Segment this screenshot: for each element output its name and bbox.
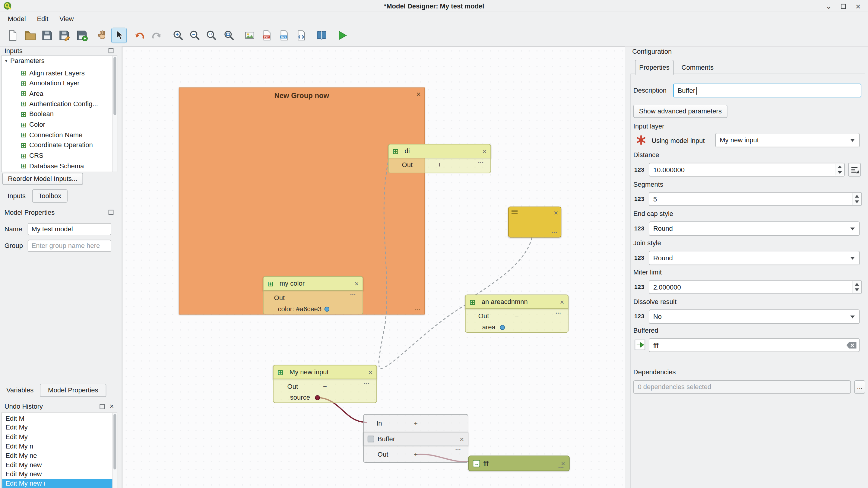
tree-item-color[interactable]: ⊞Color (21, 119, 45, 130)
node-an-areacdnmnn[interactable]: ⊞ an areacdnmnn × ••• Out − area (465, 294, 568, 333)
close-panel-icon[interactable]: × (110, 403, 114, 409)
tree-root-parameters[interactable]: ▾ Parameters (5, 57, 44, 65)
float-panel-icon[interactable] (108, 48, 114, 53)
remove-node-icon[interactable]: × (354, 280, 359, 287)
dependencies-more-button[interactable]: ... (854, 380, 865, 394)
data-defined-override-button[interactable] (848, 163, 861, 177)
menu-model[interactable]: Model (2, 13, 31, 24)
tree-item-boolean[interactable]: ⊞Boolean (21, 109, 54, 119)
select-tool-button[interactable] (111, 28, 127, 43)
fold-button[interactable]: + (414, 420, 418, 427)
end-cap-style-combo[interactable]: Round (649, 221, 860, 236)
menu-view[interactable]: View (54, 13, 79, 24)
node-my-color[interactable]: ⊞ my color × ••• Out − color: #a6cee3 (263, 276, 363, 314)
miter-limit-spinbox[interactable]: 2.000000 (649, 280, 862, 294)
collapse-dots[interactable]: ••• (478, 160, 484, 164)
zoom-actual-button[interactable]: 1:1 (204, 28, 219, 43)
model-canvas[interactable]: New Group now × ••• ⊞ di × ••• Out + (122, 47, 625, 488)
spin-down-icon[interactable] (855, 288, 859, 292)
node-buffer[interactable]: In + Buffer × ••• Out + (363, 414, 468, 463)
remove-node-icon[interactable]: × (460, 435, 464, 443)
tree-item-coordinate-operation[interactable]: ⊞Coordinate Operation (21, 140, 93, 151)
tree-item-connection-name[interactable]: ⊞Connection Name (21, 130, 83, 140)
tree-item-database-schema[interactable]: ⊞Database Schema (21, 161, 84, 171)
scrollbar-thumb[interactable] (114, 57, 116, 115)
spin-down-icon[interactable] (837, 171, 842, 174)
window-maximize-button[interactable] (838, 1, 848, 11)
buffered-output-input[interactable]: fff (649, 338, 860, 352)
show-advanced-parameters-button[interactable]: Show advanced parameters (633, 105, 727, 118)
segments-spinbox[interactable]: 5 (649, 192, 862, 206)
distance-spinbox[interactable]: 10.000000 (649, 163, 845, 177)
tree-item-crs[interactable]: ⊞CRS (21, 151, 43, 161)
node-my-new-input[interactable]: ⊞ My new input × ••• Out − source (273, 365, 377, 403)
fold-button[interactable]: + (438, 161, 441, 169)
tree-item-annotation-layer[interactable]: ⊞Annotation Layer (21, 78, 80, 88)
undo-item[interactable]: Edit My ne (2, 451, 113, 460)
node-di[interactable]: ⊞ di × ••• Out + (388, 144, 491, 173)
node-header[interactable]: ⊞ My new input × (273, 365, 377, 379)
save-model-in-project-button[interactable] (74, 28, 90, 43)
input-layer-combo[interactable]: My new input (715, 133, 860, 148)
fold-button[interactable]: − (323, 383, 327, 390)
help-button[interactable] (314, 28, 329, 43)
clear-field-button[interactable] (846, 341, 857, 349)
tab-model-properties[interactable]: Model Properties (40, 384, 106, 397)
export-script-button[interactable] (293, 28, 309, 43)
join-style-combo[interactable]: Round (649, 251, 860, 265)
model-name-input[interactable] (28, 223, 111, 235)
remove-node-icon[interactable]: × (554, 209, 558, 217)
tree-item-align-raster-layers[interactable]: ⊞Align raster Layers (21, 67, 85, 78)
fold-button[interactable]: − (311, 294, 315, 302)
window-close-button[interactable]: × (853, 1, 863, 11)
fold-button[interactable]: + (414, 451, 418, 458)
remove-node-icon[interactable]: × (368, 369, 372, 376)
export-image-button[interactable] (242, 28, 257, 43)
tab-properties[interactable]: Properties (635, 60, 674, 75)
collapse-dots[interactable]: ••• (552, 231, 557, 235)
spin-up-icon[interactable] (855, 195, 859, 197)
pan-tool-button[interactable] (95, 28, 110, 43)
undo-item[interactable]: Edit My new (2, 460, 113, 469)
node-header[interactable]: ⊞ di × (388, 144, 491, 158)
undo-button[interactable] (132, 28, 147, 43)
float-panel-icon[interactable] (99, 404, 105, 409)
save-model-as-button[interactable] (56, 28, 72, 43)
spin-buttons[interactable] (835, 164, 843, 176)
undo-item-selected[interactable]: Edit My new i (2, 479, 113, 488)
dissolve-result-combo[interactable]: No (649, 309, 860, 324)
save-model-button[interactable] (39, 28, 55, 43)
scrollbar-thumb[interactable] (114, 414, 116, 469)
description-input[interactable]: Buffer (673, 84, 861, 97)
tab-variables[interactable]: Variables (3, 384, 36, 397)
open-model-button[interactable] (23, 28, 38, 43)
menu-edit[interactable]: Edit (31, 13, 54, 24)
remove-node-icon[interactable]: × (560, 298, 564, 305)
node-header[interactable]: → fff × (468, 456, 570, 471)
undo-item[interactable]: Edit My (2, 432, 113, 441)
model-group-input[interactable] (28, 240, 111, 252)
tree-item-authentication-config[interactable]: ⊞Authentication Config... (21, 99, 98, 109)
spin-buttons[interactable] (852, 281, 861, 293)
window-shade-button[interactable]: ⌄ (824, 1, 834, 11)
remove-node-icon[interactable]: × (482, 148, 487, 155)
zoom-out-button[interactable] (187, 28, 203, 43)
run-model-button[interactable] (335, 28, 350, 43)
float-panel-icon[interactable] (108, 210, 114, 215)
spin-up-icon[interactable] (855, 283, 859, 285)
tab-toolbox[interactable]: Toolbox (32, 189, 67, 203)
collapse-dots[interactable]: ••• (556, 311, 561, 315)
node-unnamed[interactable]: × ••• (508, 207, 561, 238)
tree-scrollbar[interactable] (113, 56, 117, 172)
zoom-in-button[interactable] (170, 28, 186, 43)
spin-up-icon[interactable] (837, 165, 842, 168)
collapse-dots[interactable]: ••• (350, 293, 356, 297)
collapse-dots[interactable]: ••• (456, 448, 461, 452)
fold-button[interactable]: − (515, 312, 519, 320)
export-svg-button[interactable]: SVG (276, 28, 292, 43)
node-header[interactable]: Buffer × (363, 432, 468, 446)
dependencies-input[interactable]: 0 dependencies selected (633, 380, 851, 394)
undo-item[interactable]: Edit My (2, 423, 113, 432)
node-header[interactable]: ⊞ my color × (263, 276, 363, 291)
tab-inputs[interactable]: Inputs (3, 189, 30, 203)
